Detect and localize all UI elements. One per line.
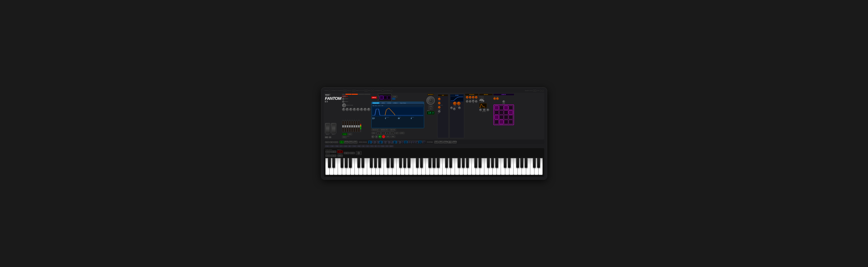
stop-button[interactable]: ■	[375, 135, 378, 138]
pad-mode-button[interactable]: PAD MODE	[448, 141, 452, 143]
song-button[interactable]: SONG	[353, 141, 358, 143]
pad-16[interactable]	[509, 120, 513, 124]
pitch-r-knob[interactable]	[475, 96, 477, 99]
shift-button[interactable]: SHIFT	[386, 135, 390, 138]
clipboard-button[interactable]: CLIPBOARD	[443, 141, 447, 143]
pad-4[interactable]	[509, 106, 513, 110]
play-button[interactable]: ▶	[378, 135, 381, 138]
black-key-35[interactable]	[474, 158, 477, 168]
black-key-12[interactable]	[378, 158, 381, 168]
left-button[interactable]: ◀	[386, 132, 390, 135]
cat-synth[interactable]: SYNTH	[370, 145, 374, 147]
step-6[interactable]: 6	[386, 141, 390, 143]
amp-param1[interactable]	[479, 109, 482, 111]
step-5[interactable]: 5	[383, 141, 386, 143]
daw-ctrl-button[interactable]: DAW CTRL	[389, 129, 396, 131]
fx-param-knob[interactable]	[502, 100, 505, 103]
osc-param-knob[interactable]	[438, 110, 440, 113]
black-key-40[interactable]	[495, 158, 498, 168]
analog-out-button[interactable]: ANALOG OUT	[371, 129, 379, 131]
seq-play[interactable]: ▶	[325, 141, 329, 143]
transpose-down-button[interactable]: ▼	[326, 155, 331, 157]
step-7[interactable]: 7	[390, 141, 393, 143]
black-key-50[interactable]	[537, 158, 540, 168]
fx-depth-knob[interactable]	[496, 97, 499, 100]
black-key-17[interactable]	[399, 158, 402, 168]
step-11[interactable]: 11	[404, 141, 407, 143]
master-volume-knob[interactable]	[342, 103, 346, 107]
hold-button[interactable]: HOLD	[434, 141, 438, 143]
mute-button[interactable]: MUTE	[348, 133, 352, 135]
black-key-38[interactable]	[487, 158, 490, 168]
scene-r-button[interactable]: SCENE	[392, 96, 397, 98]
resonance-knob[interactable]	[457, 102, 461, 105]
sampling-button[interactable]: SAMPLING	[453, 141, 457, 143]
step-9[interactable]: 9	[397, 141, 400, 143]
cat-bass[interactable]: BASS	[348, 145, 351, 147]
channel-knob-4[interactable]	[353, 108, 356, 111]
pad-13[interactable]	[495, 120, 499, 124]
step-8[interactable]: 8	[394, 141, 397, 143]
black-key-47[interactable]	[525, 158, 527, 168]
pattern-button[interactable]: PATTERN	[344, 141, 348, 143]
pad-5[interactable]	[495, 110, 499, 114]
step-12[interactable]: 12	[408, 141, 411, 143]
pad-12[interactable]	[509, 115, 513, 119]
black-key-18[interactable]	[403, 158, 406, 168]
pad-1[interactable]	[495, 106, 499, 110]
select-mode-btn[interactable]: Select	[428, 108, 433, 110]
cat-choir[interactable]: CHOIR	[366, 145, 369, 147]
up-button[interactable]: ▲	[377, 132, 381, 135]
pitch-param1[interactable]	[466, 100, 468, 103]
select-button[interactable]: SELECT	[342, 96, 346, 97]
cat-keys[interactable]: KEYS	[340, 145, 343, 147]
step-10[interactable]: 10	[401, 141, 404, 143]
step-4[interactable]: 4	[379, 141, 382, 143]
black-key-43[interactable]	[508, 158, 510, 168]
filter-type-knob[interactable]	[453, 108, 456, 110]
scene-button[interactable]: SCENE	[342, 133, 347, 135]
pad-8[interactable]	[509, 110, 513, 114]
black-key-0[interactable]	[328, 158, 331, 168]
amp-inc-slider[interactable]	[480, 97, 480, 103]
black-key-4[interactable]	[345, 158, 347, 168]
channel-knob-6[interactable]	[360, 108, 363, 111]
portamento-button[interactable]: ON	[337, 155, 343, 157]
select-active-btn[interactable]: Select	[392, 98, 395, 100]
cat-fx[interactable]: FX	[378, 145, 380, 147]
split-button[interactable]: SPLIT	[325, 136, 328, 138]
osc-value-knob[interactable]	[438, 102, 440, 104]
channel-knob-7[interactable]	[364, 108, 367, 111]
black-key-39[interactable]	[491, 158, 494, 168]
pad-6[interactable]	[499, 110, 503, 114]
material-prg-button[interactable]: MATERIAL PRG	[380, 129, 389, 131]
cat-brass[interactable]: BRASS	[357, 145, 361, 147]
cutoff-knob[interactable]	[453, 102, 457, 105]
menu-button[interactable]: MENU	[371, 132, 376, 134]
pitch-s-knob[interactable]	[472, 96, 474, 99]
filter-param2[interactable]	[458, 107, 461, 109]
chain-button[interactable]: CHAIN	[428, 105, 433, 108]
bank-button[interactable]: BANK	[439, 141, 443, 143]
record-button[interactable]: ●	[382, 135, 385, 138]
jog-wheel[interactable]	[426, 96, 435, 105]
seq-stop[interactable]: ■	[330, 141, 334, 143]
fx-type-knob[interactable]	[493, 97, 496, 100]
black-key-31[interactable]	[458, 158, 460, 168]
octave-down-button[interactable]: ▼	[326, 151, 331, 153]
exit-button[interactable]: EXIT	[395, 132, 399, 134]
sample-pad-3[interactable]	[388, 96, 391, 99]
pad-9[interactable]	[495, 115, 499, 119]
filter-param1[interactable]	[450, 107, 453, 109]
osc-type-knob[interactable]	[438, 98, 440, 100]
step-2[interactable]: 2	[372, 141, 375, 143]
channel-knob-2[interactable]	[346, 108, 349, 111]
pitch-param2[interactable]	[469, 100, 471, 103]
pad-3[interactable]	[504, 106, 508, 110]
black-key-46[interactable]	[520, 158, 523, 168]
bi-button[interactable]: BI	[344, 152, 349, 154]
black-key-8[interactable]	[362, 158, 364, 168]
cat-drums[interactable]: DRUMS	[380, 145, 385, 147]
cat-user[interactable]: USER	[385, 145, 389, 147]
tr-rec-button[interactable]: TR-REC	[340, 141, 344, 143]
